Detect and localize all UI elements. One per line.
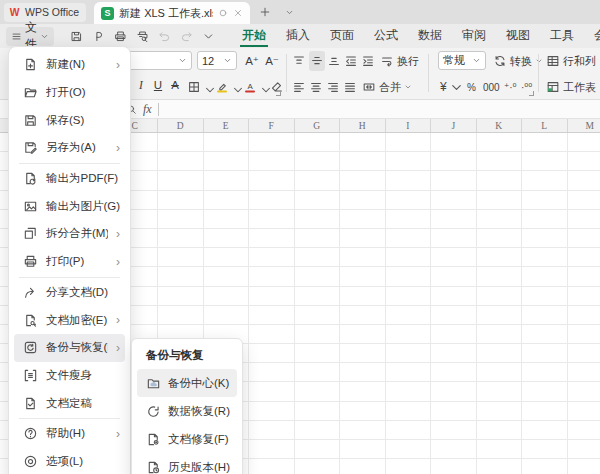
increase-indent-button[interactable] bbox=[361, 51, 375, 71]
grid-cell[interactable] bbox=[340, 191, 386, 209]
grid-cell[interactable] bbox=[204, 133, 250, 151]
increase-decimal-button[interactable]: ⁺·⁰ bbox=[504, 77, 517, 97]
font-size-select[interactable]: 12 bbox=[197, 51, 237, 70]
grid-cell[interactable] bbox=[386, 287, 432, 305]
grid-cell[interactable] bbox=[158, 229, 204, 247]
grid-cell[interactable] bbox=[295, 210, 341, 228]
grid-cell[interactable] bbox=[340, 344, 386, 362]
grid-cell[interactable] bbox=[522, 287, 568, 305]
grid-cell[interactable] bbox=[249, 229, 295, 247]
grid-cell[interactable] bbox=[340, 133, 386, 151]
grid-cell[interactable] bbox=[249, 440, 295, 458]
grid-cell[interactable] bbox=[431, 306, 477, 324]
save-icon[interactable] bbox=[66, 26, 86, 46]
grid-cell[interactable] bbox=[340, 440, 386, 458]
borders-button[interactable] bbox=[187, 77, 201, 97]
file-menu-item[interactable]: 帮助(H)› bbox=[14, 420, 125, 448]
grid-cell[interactable] bbox=[204, 287, 250, 305]
grid-cell[interactable] bbox=[158, 210, 204, 228]
grid-cell[interactable] bbox=[386, 171, 432, 189]
grid-cell[interactable] bbox=[158, 287, 204, 305]
ribbon-tab[interactable]: 页面 bbox=[320, 24, 364, 48]
grid-cell[interactable] bbox=[568, 402, 600, 420]
file-menu-item[interactable]: 文档定稿 bbox=[14, 389, 125, 417]
grid-cell[interactable] bbox=[158, 171, 204, 189]
grid-cell[interactable] bbox=[477, 306, 523, 324]
ribbon-tab[interactable]: 视图 bbox=[496, 24, 540, 48]
grid-cell[interactable] bbox=[204, 267, 250, 285]
grid-cell[interactable] bbox=[477, 191, 523, 209]
grid-cell[interactable] bbox=[340, 171, 386, 189]
grid-cell[interactable] bbox=[568, 229, 600, 247]
grid-cell[interactable] bbox=[477, 210, 523, 228]
file-menu-item[interactable]: 保存(S) bbox=[14, 106, 125, 134]
grid-cell[interactable] bbox=[249, 325, 295, 343]
number-format-select[interactable]: 常规 bbox=[438, 51, 486, 70]
grid-cell[interactable] bbox=[522, 171, 568, 189]
grid-cell[interactable] bbox=[386, 248, 432, 266]
grid-cell[interactable] bbox=[568, 421, 600, 439]
align-left-button[interactable] bbox=[292, 77, 306, 97]
grid-cell[interactable] bbox=[386, 402, 432, 420]
merge-cells-button[interactable]: 合并 bbox=[362, 77, 412, 97]
grid-cell[interactable] bbox=[477, 402, 523, 420]
grid-cell[interactable] bbox=[249, 191, 295, 209]
grid-cell[interactable] bbox=[340, 459, 386, 474]
grid-cell[interactable] bbox=[340, 325, 386, 343]
grid-cell[interactable] bbox=[204, 210, 250, 228]
convert-button[interactable]: 转换 bbox=[493, 51, 543, 71]
grid-cell[interactable] bbox=[295, 248, 341, 266]
currency-button[interactable]: ¥ bbox=[440, 77, 464, 97]
grid-cell[interactable] bbox=[249, 344, 295, 362]
grid-cell[interactable] bbox=[568, 459, 600, 474]
grid-cell[interactable] bbox=[204, 229, 250, 247]
grid-cell[interactable] bbox=[340, 421, 386, 439]
grid-cell[interactable] bbox=[522, 229, 568, 247]
close-tab-icon[interactable] bbox=[233, 8, 243, 18]
chevron-down-icon[interactable] bbox=[198, 26, 218, 46]
grid-cell[interactable] bbox=[386, 152, 432, 170]
grid-cell[interactable] bbox=[295, 402, 341, 420]
grid-cell[interactable] bbox=[295, 325, 341, 343]
grid-cell[interactable] bbox=[477, 248, 523, 266]
ribbon-tab[interactable]: 审阅 bbox=[452, 24, 496, 48]
grid-cell[interactable] bbox=[568, 267, 600, 285]
align-center-button[interactable] bbox=[309, 77, 323, 97]
submenu-item[interactable]: 数据恢复(R) bbox=[137, 397, 237, 425]
grid-cell[interactable] bbox=[340, 363, 386, 381]
grid-cell[interactable] bbox=[204, 171, 250, 189]
grid-cell[interactable] bbox=[386, 440, 432, 458]
grid-cell[interactable] bbox=[568, 210, 600, 228]
grid-cell[interactable] bbox=[249, 402, 295, 420]
column-header[interactable]: I bbox=[386, 119, 432, 132]
grid-cell[interactable] bbox=[522, 440, 568, 458]
grid-cell[interactable] bbox=[340, 306, 386, 324]
rows-columns-button[interactable]: 行和列 bbox=[546, 51, 600, 71]
ribbon-tab[interactable]: 数据 bbox=[408, 24, 452, 48]
document-tab[interactable]: S 新建 XLS 工作表.xls bbox=[94, 2, 250, 24]
grid-cell[interactable] bbox=[477, 363, 523, 381]
grid-cell[interactable] bbox=[386, 382, 432, 400]
tab-status-icon[interactable] bbox=[218, 8, 228, 18]
grid-cell[interactable] bbox=[477, 267, 523, 285]
grid-cell[interactable] bbox=[340, 210, 386, 228]
grid-cell[interactable] bbox=[477, 152, 523, 170]
file-menu-item[interactable]: 文档加密(E)› bbox=[14, 306, 125, 334]
grid-cell[interactable] bbox=[568, 306, 600, 324]
grid-cell[interactable] bbox=[477, 325, 523, 343]
column-header[interactable]: J bbox=[431, 119, 477, 132]
file-menu-item[interactable]: 输出为PDF(F) bbox=[14, 165, 125, 193]
grid-cell[interactable] bbox=[295, 421, 341, 439]
grid-cell[interactable] bbox=[386, 229, 432, 247]
decrease-indent-button[interactable] bbox=[344, 51, 358, 71]
grid-cell[interactable] bbox=[568, 325, 600, 343]
grid-cell[interactable] bbox=[386, 191, 432, 209]
column-header[interactable]: M bbox=[568, 119, 600, 132]
italic-button[interactable]: I bbox=[133, 79, 149, 91]
grid-cell[interactable] bbox=[477, 440, 523, 458]
grid-cell[interactable] bbox=[522, 344, 568, 362]
percent-button[interactable]: % bbox=[467, 77, 476, 97]
grid-cell[interactable] bbox=[249, 267, 295, 285]
justify-button[interactable] bbox=[343, 77, 357, 97]
grid-cell[interactable] bbox=[431, 344, 477, 362]
